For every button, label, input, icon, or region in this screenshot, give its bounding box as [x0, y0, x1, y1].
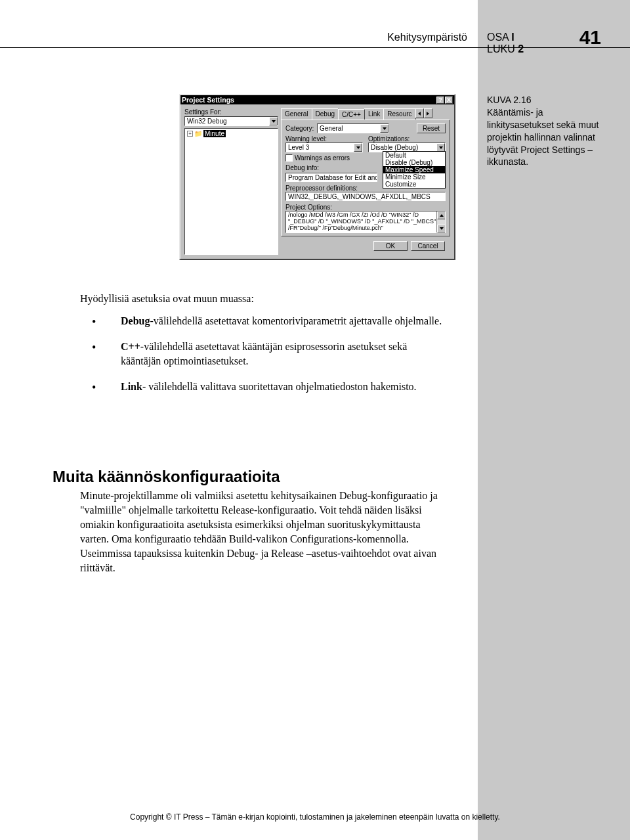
checkbox-icon[interactable]: [285, 154, 293, 162]
bullet-link: Link- välilehdellä valittava suoritettav…: [92, 380, 444, 394]
scroll-down-icon[interactable]: [437, 225, 446, 232]
debug-info-label: Debug info:: [285, 164, 363, 171]
intro-paragraph: Hyödyllisiä asetuksia ovat muun muassa:: [80, 292, 444, 306]
section-body: Minute-projektillamme oli valmiiksi aset…: [80, 489, 444, 575]
debug-info-field[interactable]: Program Database for Edit and: [285, 173, 377, 182]
preprocessor-field[interactable]: WIN32,_DEBUG,_WINDOWS,_AFXDLL,_MBCS: [285, 192, 446, 201]
project-options-label: Project Options:: [285, 204, 446, 211]
body-intro-block: Hyödyllisiä asetuksia ovat muun muassa: …: [80, 292, 444, 405]
close-button[interactable]: X: [445, 97, 453, 104]
ok-button[interactable]: OK: [373, 241, 408, 251]
copyright-footer: Copyright © IT Press – Tämän e-kirjan ko…: [0, 812, 630, 822]
caption-text: Kääntämis- ja linkitysasetukset sekä muu…: [487, 107, 598, 167]
opt-default[interactable]: Default: [383, 152, 445, 159]
tab-resources[interactable]: Resourc: [383, 108, 415, 120]
category-label: Category:: [285, 125, 314, 132]
scroll-up-icon[interactable]: [437, 211, 446, 219]
dialog-titlebar[interactable]: Project Settings ? X: [180, 95, 454, 104]
dialog-title: Project Settings: [182, 96, 234, 104]
tab-general[interactable]: General: [281, 108, 312, 120]
scrollbar[interactable]: [436, 211, 445, 232]
project-tree[interactable]: + 📁 Minute: [184, 128, 278, 255]
header-part-chapter: OSA I LUKU 2: [487, 32, 524, 55]
tab-link[interactable]: Link: [364, 108, 384, 120]
header-subtitle: Kehitysympäristö: [387, 32, 467, 43]
chevron-down-icon[interactable]: [354, 143, 362, 152]
cancel-button[interactable]: Cancel: [411, 241, 445, 251]
tab-scroll-left-icon[interactable]: [415, 108, 424, 118]
help-button[interactable]: ?: [436, 97, 444, 104]
tab-scroll-right-icon[interactable]: [424, 108, 432, 118]
warning-level-label: Warning level:: [285, 135, 363, 143]
tab-cpp[interactable]: C/C++: [338, 109, 365, 120]
optimizations-label: Optimizations:: [368, 135, 446, 143]
warnings-as-errors-checkbox[interactable]: Warnings as errors: [285, 154, 363, 162]
chevron-down-icon[interactable]: [380, 124, 388, 133]
expand-icon[interactable]: +: [187, 131, 193, 137]
caption-label: KUVA 2.16: [487, 94, 608, 106]
opt-maximize-speed[interactable]: Maximize Speed: [383, 166, 445, 173]
opt-customize[interactable]: Customize: [383, 181, 445, 188]
tree-item-minute[interactable]: Minute: [203, 130, 226, 137]
tab-content: Category: General Reset Warning level: L…: [281, 120, 450, 236]
header-rule: [0, 47, 630, 48]
section-heading: Muita käännöskonfiguraatioita: [52, 468, 280, 486]
bullet-debug: Debug-välilehdellä asetettavat komentori…: [92, 314, 444, 328]
figure-caption: KUVA 2.16 Kääntämis- ja linkitysasetukse…: [487, 94, 608, 168]
reset-button[interactable]: Reset: [417, 123, 446, 133]
opt-disable-debug[interactable]: Disable (Debug): [383, 159, 445, 166]
project-options-field[interactable]: /nologo /MDd /W3 /Gm /GX /ZI /Od /D "WIN…: [285, 211, 446, 233]
optimizations-dropdown-list[interactable]: Default Disable (Debug) Maximize Speed M…: [383, 151, 446, 188]
tab-debug[interactable]: Debug: [312, 108, 339, 120]
page-number: 41: [579, 26, 601, 49]
settings-for-label: Settings For:: [184, 108, 278, 116]
settings-for-combo[interactable]: Win32 Debug: [184, 116, 278, 126]
tab-strip: General Debug C/C++ Link Resourc: [281, 108, 450, 120]
opt-minimize-size[interactable]: Minimize Size: [383, 173, 445, 181]
chevron-down-icon[interactable]: [269, 117, 278, 125]
warning-level-combo[interactable]: Level 3: [285, 143, 363, 152]
project-settings-dialog: Project Settings ? X Settings For: Win32…: [179, 94, 455, 260]
category-combo[interactable]: General: [317, 123, 389, 133]
bullet-cpp: C++-välilehdellä asetettavat kääntäjän e…: [92, 340, 444, 369]
